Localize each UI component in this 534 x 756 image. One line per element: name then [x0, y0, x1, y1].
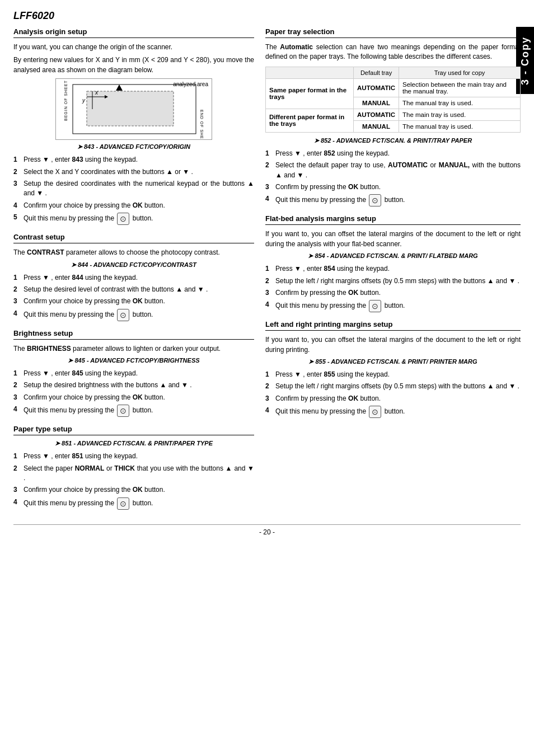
step-item: 1 Press ▼ , enter 855 using the keypad. [265, 370, 521, 379]
step-item: 4 Quit this menu by pressing the button. [13, 497, 254, 510]
table-row: Same paper format in the trays AUTOMATIC… [266, 78, 521, 97]
table-row: Different paper format in the trays AUTO… [266, 109, 521, 120]
svg-text:y: y [82, 97, 86, 104]
steps-852: 1 Press ▼ , enter 852 using the keypad. … [265, 149, 521, 207]
code-845: 845 - ADVANCED FCT/COPY/BRIGHTNESS [13, 357, 254, 364]
step-item: 1 Press ▼ , enter 844 using the keypad. [13, 273, 254, 283]
step-item: 4 Quit this menu by pressing the button. [265, 300, 521, 312]
step-item: 4 Confirm your choice by pressing the OK… [13, 201, 254, 210]
step-item: 2 Setup the desired brightness with the … [13, 381, 254, 390]
section-flatbed-title: Flat-bed analysis margins setup [265, 214, 521, 225]
step-item: 4 Quit this menu by pressing the button. [13, 309, 254, 321]
analysis-origin-para1: If you want, you can change the origin o… [13, 43, 254, 52]
step-item: 3 Confirm by pressing the OK button. [265, 288, 521, 298]
section-paper-type-title: Paper type setup [13, 425, 254, 435]
table-cell-desc1a: Selection between the main tray and the … [399, 78, 520, 97]
steps-851: 1 Press ▼ , enter 851 using the keypad. … [13, 452, 254, 510]
paper-tray-para: The Automatic selection can have two mea… [265, 43, 521, 62]
table-header-default-tray: Default tray [354, 67, 399, 78]
contrast-para: The CONTRAST parameter allows to choose … [13, 248, 254, 257]
code-844: 844 - ADVANCED FCT/COPY/CONTRAST [13, 261, 254, 269]
stop-button-icon [117, 497, 129, 510]
step-item: 2 Setup the desired level of contrast wi… [13, 285, 254, 294]
step-item: 4 Quit this menu by pressing the button. [265, 406, 521, 418]
step-item: 3 Confirm by pressing the OK button. [265, 394, 521, 403]
analysis-diagram: analyzed area x y BEGIN OF SHEE [55, 78, 212, 140]
table-cell-automatic2: AUTOMATIC [354, 109, 399, 120]
step-item: 4 Quit this menu by pressing the button. [13, 405, 254, 417]
doc-title: LFF6020 [13, 10, 521, 22]
steps-844: 1 Press ▼ , enter 844 using the keypad. … [13, 273, 254, 321]
stop-button-icon [117, 405, 129, 417]
analysis-origin-para2: By entering new values for X and Y in mm… [13, 55, 254, 75]
table-cell-desc1b: The manual tray is used. [399, 97, 520, 109]
table-cell-desc2b: The manual tray is used. [399, 120, 520, 132]
steps-843: 1 Press ▼ , enter 843 using the keypad. … [13, 155, 254, 225]
svg-marker-6 [116, 84, 123, 91]
stop-button-icon [369, 300, 381, 312]
left-column: Analysis origin setup If you want, you c… [13, 27, 254, 514]
step-item: 2 Setup the left / right margins offsets… [265, 276, 521, 286]
step-item: 2 Select the default paper tray to use, … [265, 161, 521, 180]
table-cell-automatic1: AUTOMATIC [354, 78, 399, 97]
step-item: 5 Quit this menu by pressing the button. [13, 213, 254, 225]
table-cell-label2: Different paper format in the trays [266, 109, 354, 132]
code-851: 851 - ADVANCED FCT/SCAN. & PRINT/PAPER T… [13, 440, 254, 447]
code-855: 855 - ADVANCED FCT/SCAN. & PRINT/ PRINTE… [265, 358, 521, 365]
section-contrast-title: Contrast setup [13, 233, 254, 243]
section-print-margins-title: Left and right printing margins setup [265, 320, 521, 331]
section-analysis-origin-title: Analysis origin setup [13, 27, 254, 38]
right-column: Paper tray selection The Automatic selec… [265, 27, 521, 514]
svg-text:END OF SHEET: END OF SHEET [200, 110, 204, 140]
table-cell-label1: Same paper format in the trays [266, 78, 354, 109]
step-item: 1 Press ▼ , enter 845 using the keypad. [13, 369, 254, 378]
step-item: 4 Quit this menu by pressing the button. [265, 194, 521, 206]
table-header-tray-copy: Tray used for copy [399, 67, 520, 78]
svg-text:BEGIN OF SHEET: BEGIN OF SHEET [64, 80, 68, 121]
table-cell-desc2a: The main tray is used. [399, 109, 520, 120]
step-item: 1 Press ▼ , enter 854 using the keypad. [265, 264, 521, 274]
table-cell-manual2: MANUAL [354, 120, 399, 132]
diagram-label: analyzed area [173, 81, 208, 87]
page-number: - 20 - [13, 524, 521, 536]
stop-button-icon [369, 406, 381, 418]
table-cell-manual1: MANUAL [354, 97, 399, 109]
stop-button-icon [117, 309, 129, 321]
steps-855: 1 Press ▼ , enter 855 using the keypad. … [265, 370, 521, 418]
code-854: 854 - ADVANCED FCT/SCAN. & PRINT/ FLATBE… [265, 252, 521, 260]
steps-845: 1 Press ▼ , enter 845 using the keypad. … [13, 369, 254, 417]
step-item: 3 Confirm your choice by pressing the OK… [13, 485, 254, 495]
step-item: 1 Press ▼ , enter 852 using the keypad. [265, 149, 521, 158]
step-item: 2 Select the paper NORMAL or THICK that … [13, 464, 254, 483]
section-paper-tray-title: Paper tray selection [265, 27, 521, 38]
step-item: 3 Setup the desired coordinates with the… [13, 179, 254, 199]
stop-button-icon [369, 194, 381, 206]
svg-text:x: x [95, 90, 99, 96]
section-brightness-title: Brightness setup [13, 329, 254, 340]
steps-854: 1 Press ▼ , enter 854 using the keypad. … [265, 264, 521, 312]
step-item: 3 Confirm your choice by pressing the OK… [13, 297, 254, 306]
step-item: 3 Confirm by pressing the OK button. [265, 182, 521, 192]
code-843: 843 - ADVANCED FCT/COPY/ORIGIN [13, 143, 254, 151]
brightness-para: The BRIGHTNESS parameter allows to light… [13, 344, 254, 354]
flatbed-para: If you want to, you can offset the later… [265, 229, 521, 249]
svg-rect-1 [87, 91, 174, 126]
step-item: 1 Press ▼ , enter 843 using the keypad. [13, 155, 254, 165]
step-item: 2 Select the X and Y coordinates with th… [13, 167, 254, 177]
step-item: 3 Confirm your choice by pressing the OK… [13, 393, 254, 402]
stop-button-icon [117, 213, 129, 225]
step-item: 2 Setup the left / right margins offsets… [265, 382, 521, 391]
print-margins-para: If you want to, you can offset the later… [265, 335, 521, 355]
step-item: 1 Press ▼ , enter 851 using the keypad. [13, 452, 254, 461]
paper-tray-table: Default tray Tray used for copy Same pap… [265, 67, 521, 133]
table-header-empty [266, 67, 354, 78]
code-852: 852 - ADVANCED FCT/SCAN. & PRINT/TRAY PA… [265, 137, 521, 144]
